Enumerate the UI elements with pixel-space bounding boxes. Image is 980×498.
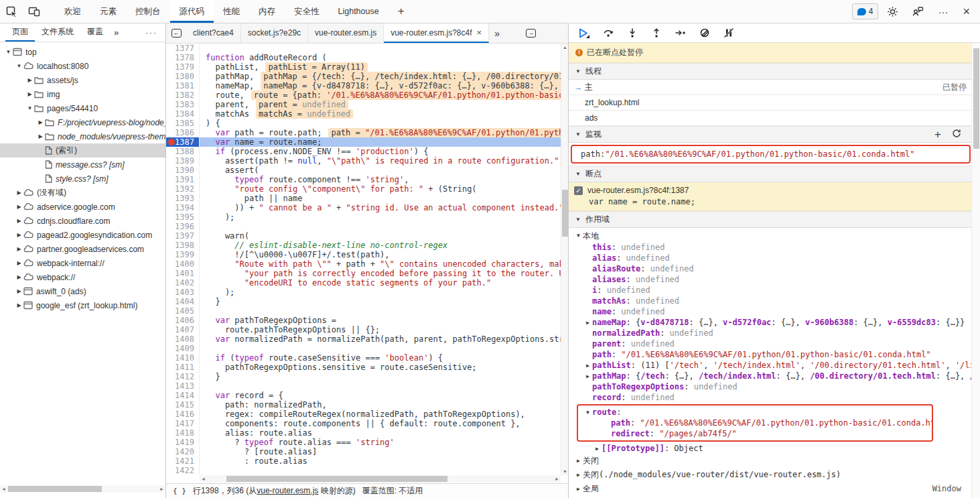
code-line-1419[interactable]: 1419 ? typeof route.alias === 'string' [166,438,561,447]
code-line-1385[interactable]: 1385) { [166,119,561,128]
code-line-1395[interactable]: 1395 ); [166,212,561,222]
code-line-1411[interactable]: 1411 pathToRegexpOptions.sensitive = rou… [166,363,561,372]
scope-entry[interactable]: path: "/01.%E6%8A%80%E6%9C%AF/01.python/… [569,349,980,360]
device-toolbar-icon[interactable] [23,0,46,23]
scope-entry[interactable]: pathToRegexpOptions: undefined [569,381,980,392]
chevron-right-icon[interactable]: ▶ [15,232,23,238]
editor-tab-vue-router.esm.js?8c4f[interactable]: vue-router.esm.js?8c4f× [384,23,489,43]
line-number[interactable]: 1377 [166,44,200,53]
scope-entry[interactable]: ▶pathMap: {/tech: {…}, /tech/index.html:… [569,371,980,381]
line-number[interactable]: 1409 [166,344,200,353]
code-line-1410[interactable]: 1410 if (typeof route.caseSensitive === … [166,353,561,363]
panel-tab-欢迎[interactable]: 欢迎 [55,0,90,23]
line-number[interactable]: 1392 [166,184,200,194]
sidebar-horizontal-scrollbar[interactable]: ◄ ► [0,485,165,493]
line-number[interactable]: 1378 [166,53,200,62]
line-number[interactable]: 1400 [166,259,200,269]
scope-entry[interactable]: ▼route: [578,407,932,418]
line-number[interactable]: 1389 [166,156,200,166]
code-line-1380[interactable]: 1380 pathMap,pathMap = {/tech: {…}, /tec… [166,72,561,81]
scope-entry[interactable]: ▶pathList: (11) ['/tech', '/tech/index.h… [569,360,980,371]
close-tab-icon[interactable]: × [477,27,482,38]
panel-tab-内存[interactable]: 内存 [249,0,285,23]
chevron-right-icon[interactable]: ▶ [583,371,592,381]
code-line-1421[interactable]: 1421 : route.alias [166,456,561,466]
more-options-icon[interactable]: ··· [932,6,954,17]
line-number[interactable]: 1394 [166,203,200,212]
inspect-icon[interactable] [0,0,23,23]
tree-item-google_esf (zrt_lookup.html)[interactable]: ▶google_esf (zrt_lookup.html) [0,298,165,312]
code-line-1416[interactable]: 1416 regex: compileRouteRegex(normalized… [166,410,561,419]
line-number[interactable]: 1419 [166,438,200,447]
navigator-tab-页面[interactable]: 页面 [5,23,35,42]
more-panels-plus-icon[interactable]: + [389,0,414,23]
tree-item-webpack://[interactable]: ▶webpack:// [0,270,165,284]
tree-item-style.css? [sm][interactable]: style.css? [sm] [0,172,165,186]
scope-entry[interactable]: aliasRoute: undefined [569,263,980,274]
breakpoints-section-header[interactable]: ▼ 断点 [569,166,980,182]
scope-entry[interactable]: parent: undefined [569,338,980,349]
line-number[interactable]: 1413 [166,381,200,391]
line-number[interactable]: 1391 [166,175,200,184]
code-line-1413[interactable]: 1413 [166,381,561,391]
scope-section-header[interactable]: ▼ 作用域 [569,211,980,228]
panel-tab-性能[interactable]: 性能 [214,0,249,23]
deactivate-breakpoints-icon[interactable] [696,25,713,41]
line-number[interactable]: 1416 [166,410,200,419]
line-number[interactable]: 1421 [166,456,200,466]
scope-entry[interactable]: record: undefined [569,392,980,403]
step-over-icon[interactable] [600,25,617,41]
line-number[interactable]: 1381 [166,81,200,90]
code-line-1393[interactable]: 1393 path || name [166,194,561,203]
line-number[interactable]: 1402 [166,278,200,288]
line-number[interactable]: 1422 [166,466,200,475]
chevron-right-icon[interactable]: ▶ [36,133,45,139]
code-line-1394[interactable]: 1394 )) + " cannot be a " + "string id. … [166,203,561,212]
editor-tab-overflow-icon[interactable]: » [489,23,505,43]
mapped-source-link[interactable]: vue-router.esm.js [257,486,318,495]
settings-gear-icon[interactable] [881,6,904,17]
line-number[interactable]: 1418 [166,428,200,438]
line-number[interactable]: 1395 [166,212,200,222]
tree-item-pagead2.googlesyndication.com[interactable]: ▶pagead2.googlesyndication.com [0,228,165,242]
panel-tab-安全性[interactable]: 安全性 [285,0,329,23]
step-icon[interactable] [672,25,689,41]
step-out-icon[interactable] [648,25,665,41]
watch-section-header[interactable]: ▼ 监视 + [569,126,980,143]
panel-tab-元素[interactable]: 元素 [90,0,126,23]
chevron-right-icon[interactable]: ▶ [15,246,23,252]
code-line-1414[interactable]: 1414 var record = { [166,391,561,400]
code-line-1389[interactable]: 1389 assert(path != null, "\"path\" is r… [166,156,561,166]
chevron-right-icon[interactable]: ▶ [15,274,23,280]
code-line-1388[interactable]: 1388 if (process.env.NODE_ENV !== 'produ… [166,147,561,156]
scope-entry[interactable]: name: undefined [569,306,980,317]
line-number[interactable]: 1406 [166,316,200,325]
breakpoint-dot-icon[interactable] [168,139,175,145]
line-number[interactable]: 1382 [166,90,200,100]
scope-entry[interactable]: ▶nameMap: {v-d8478718: {…}, v-d572f0ac: … [569,317,980,328]
feedback-icon[interactable] [906,6,929,17]
scope-entry[interactable]: normalizedPath: undefined [569,328,980,338]
tree-item-(索引)[interactable]: (索引) [0,143,165,158]
tree-item-aswift_0 (ads)[interactable]: ▶aswift_0 (ads) [0,284,165,298]
scope-entry[interactable]: aliases: undefined [569,274,980,285]
chevron-right-icon[interactable]: ▶ [574,468,583,482]
panel-tab-控制台[interactable]: 控制台 [126,0,170,23]
code-line-1403[interactable]: 1403 ); [166,288,561,297]
close-devtools-icon[interactable]: × [957,5,976,19]
line-number[interactable]: 1401 [166,269,200,278]
resume-icon[interactable] [575,25,593,41]
chevron-right-icon[interactable]: ▶ [15,260,23,266]
code-line-1408[interactable]: 1408 var normalizedPath = normalizePath(… [166,334,561,344]
code-line-1387[interactable]: 1387 var name = route.name; [166,137,561,147]
hide-navigator-icon[interactable]: ← [166,23,186,43]
code-line-1383[interactable]: 1383 parent,parent = undefined [166,100,561,109]
scope-closure-section[interactable]: ▶关闭(./node_modules/vue-router/dist/vue-r… [569,468,980,482]
step-into-icon[interactable] [624,25,641,41]
tree-item-pages/544410[interactable]: ▼pages/544410 [0,101,165,115]
code-line-1381[interactable]: 1381 nameMap,nameMap = {v-d8478718: {…},… [166,81,561,90]
line-number[interactable]: 1408 [166,334,200,344]
code-line-1404[interactable]: 1404 } [166,297,561,306]
open-panel-icon[interactable]: → [521,23,541,43]
line-number[interactable]: 1417 [166,419,200,428]
